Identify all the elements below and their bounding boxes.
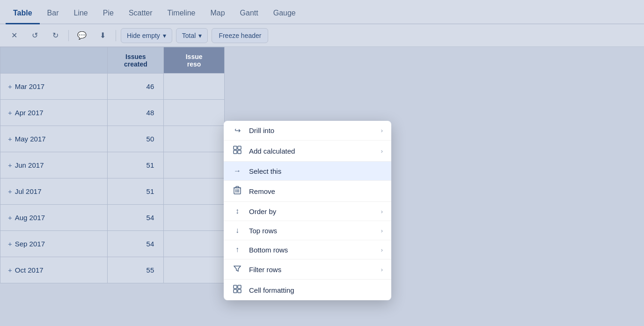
menu-arrow-filter-rows: › bbox=[381, 266, 383, 273]
toolbar-divider-2 bbox=[116, 30, 116, 41]
menu-item-drill-into[interactable]: ↪ Drill into › bbox=[224, 121, 391, 141]
hide-empty-label: Hide empty bbox=[127, 32, 160, 39]
menu-label-add-calculated: Add calculated bbox=[249, 147, 374, 155]
tab-pie[interactable]: Pie bbox=[95, 3, 121, 24]
menu-arrow-drill-into: › bbox=[381, 127, 383, 134]
hide-empty-dropdown[interactable]: Hide empty ▾ bbox=[121, 28, 172, 43]
download-button[interactable]: ⬇ bbox=[94, 28, 111, 43]
menu-item-select-this[interactable]: → Select this bbox=[224, 162, 391, 181]
tab-table[interactable]: Table bbox=[6, 3, 40, 24]
table-area: Issuescreated Issuereso +Mar 2017 46 +Ap… bbox=[0, 47, 644, 326]
menu-label-filter-rows: Filter rows bbox=[249, 266, 374, 274]
svg-rect-2 bbox=[234, 150, 237, 154]
menu-label-order-by: Order by bbox=[249, 207, 374, 215]
undo-button[interactable]: ↺ bbox=[26, 28, 43, 43]
row-num-jul: 51 bbox=[108, 178, 164, 205]
svg-rect-13 bbox=[238, 289, 241, 293]
menu-label-select-this: Select this bbox=[249, 167, 383, 175]
menu-item-order-by[interactable]: ↕ Order by › bbox=[224, 202, 391, 221]
tab-gantt[interactable]: Gantt bbox=[233, 3, 266, 24]
cell-formatting-icon bbox=[232, 285, 242, 295]
drill-into-icon: ↪ bbox=[232, 126, 242, 135]
total-chevron: ▾ bbox=[198, 32, 202, 39]
menu-label-bottom-rows: Bottom rows bbox=[249, 246, 374, 254]
row-label-sep: +Sep 2017 bbox=[0, 231, 108, 257]
row-resolved-jun bbox=[164, 152, 225, 178]
table-row: +Jul 2017 51 bbox=[0, 178, 225, 205]
row-resolved-may bbox=[164, 126, 225, 152]
row-resolved-apr bbox=[164, 100, 225, 126]
row-resolved-sep bbox=[164, 231, 225, 257]
menu-item-filter-rows[interactable]: Filter rows › bbox=[224, 259, 391, 280]
table-row: +Sep 2017 54 bbox=[0, 231, 225, 257]
table-row: +Mar 2017 46 bbox=[0, 74, 225, 100]
redo-button[interactable]: ↻ bbox=[47, 28, 64, 43]
col-header-issues-created: Issuescreated bbox=[108, 47, 164, 74]
total-label: Total bbox=[182, 32, 196, 39]
row-num-mar: 46 bbox=[108, 74, 164, 100]
toolbar: ✕ ↺ ↻ 💬 ⬇ Hide empty ▾ Total ▾ Freeze he… bbox=[0, 24, 644, 47]
menu-label-top-rows: Top rows bbox=[249, 227, 374, 235]
add-calculated-icon bbox=[232, 146, 242, 156]
order-by-icon: ↕ bbox=[232, 207, 242, 215]
menu-arrow-add-calculated: › bbox=[381, 148, 383, 155]
total-dropdown[interactable]: Total ▾ bbox=[176, 28, 208, 43]
menu-arrow-order-by: › bbox=[381, 208, 383, 215]
tab-map[interactable]: Map bbox=[203, 3, 232, 24]
filter-rows-icon bbox=[232, 265, 242, 274]
row-num-jun: 51 bbox=[108, 152, 164, 178]
app-container: Table Bar Line Pie Scatter Timeline Map … bbox=[0, 0, 644, 326]
svg-rect-10 bbox=[234, 285, 237, 289]
toolbar-divider-1 bbox=[68, 30, 69, 41]
tab-timeline[interactable]: Timeline bbox=[160, 3, 203, 24]
tab-line[interactable]: Line bbox=[66, 3, 95, 24]
table-row: +May 2017 50 bbox=[0, 126, 225, 152]
top-rows-icon: ↓ bbox=[232, 226, 242, 235]
row-num-oct: 55 bbox=[108, 257, 164, 283]
col-header-label bbox=[0, 47, 108, 74]
context-menu: ↪ Drill into › Add calculated › → bbox=[224, 121, 391, 300]
row-num-may: 50 bbox=[108, 126, 164, 152]
svg-rect-1 bbox=[238, 146, 241, 149]
hide-empty-chevron: ▾ bbox=[163, 32, 166, 39]
menu-label-remove: Remove bbox=[249, 187, 383, 195]
row-label-apr: +Apr 2017 bbox=[0, 100, 108, 126]
menu-item-add-calculated[interactable]: Add calculated › bbox=[224, 141, 391, 162]
menu-arrow-top-rows: › bbox=[381, 227, 383, 234]
row-label-jun: +Jun 2017 bbox=[0, 152, 108, 178]
table-row: +Apr 2017 48 bbox=[0, 100, 225, 126]
row-resolved-mar bbox=[164, 74, 225, 100]
tab-gauge[interactable]: Gauge bbox=[266, 3, 303, 24]
menu-arrow-bottom-rows: › bbox=[381, 246, 383, 253]
select-this-icon: → bbox=[232, 167, 242, 175]
svg-rect-0 bbox=[234, 146, 237, 149]
comment-button[interactable]: 💬 bbox=[73, 28, 90, 43]
tab-bar: Table Bar Line Pie Scatter Timeline Map … bbox=[0, 0, 644, 24]
menu-item-cell-formatting[interactable]: Cell formatting bbox=[224, 280, 391, 300]
menu-item-remove[interactable]: Remove bbox=[224, 181, 391, 202]
data-table: Issuescreated Issuereso +Mar 2017 46 +Ap… bbox=[0, 47, 225, 283]
row-label-oct: +Oct 2017 bbox=[0, 257, 108, 283]
row-num-apr: 48 bbox=[108, 100, 164, 126]
row-label-aug: +Aug 2017 bbox=[0, 205, 108, 231]
menu-item-top-rows[interactable]: ↓ Top rows › bbox=[224, 221, 391, 240]
menu-label-cell-formatting: Cell formatting bbox=[249, 286, 383, 294]
menu-item-bottom-rows[interactable]: ↑ Bottom rows › bbox=[224, 240, 391, 259]
row-resolved-aug bbox=[164, 205, 225, 231]
menu-label-drill-into: Drill into bbox=[249, 126, 374, 134]
table-row: +Jun 2017 51 bbox=[0, 152, 225, 178]
row-resolved-oct bbox=[164, 257, 225, 283]
freeze-header-label: Freeze header bbox=[219, 32, 261, 39]
tab-bar-chart[interactable]: Bar bbox=[40, 3, 66, 24]
row-resolved-jul bbox=[164, 178, 225, 205]
row-label-may: +May 2017 bbox=[0, 126, 108, 152]
svg-rect-11 bbox=[238, 285, 241, 289]
row-label-mar: +Mar 2017 bbox=[0, 74, 108, 100]
remove-icon bbox=[232, 186, 242, 196]
freeze-header-button[interactable]: Freeze header bbox=[212, 28, 268, 43]
shuffle-button[interactable]: ✕ bbox=[6, 28, 22, 43]
table-row: +Aug 2017 54 bbox=[0, 205, 225, 231]
svg-rect-9 bbox=[236, 186, 239, 188]
svg-rect-12 bbox=[234, 289, 237, 293]
tab-scatter[interactable]: Scatter bbox=[121, 3, 160, 24]
